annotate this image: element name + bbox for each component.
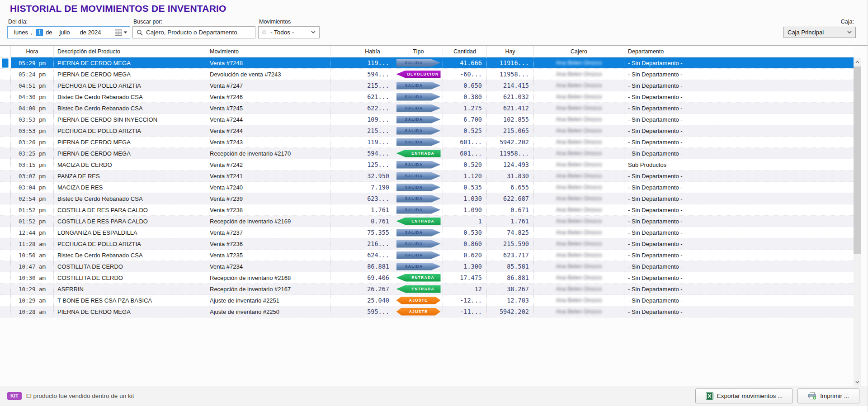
cashier-name-blurred: Ana Belen Orozco (556, 150, 602, 156)
cell-product: LONGANIZA DE ESPALDILLA (54, 227, 206, 238)
cell-after-qty: 621.032 (487, 91, 534, 102)
caja-select[interactable]: Caja Principal (783, 27, 856, 38)
cell-type: SALIDA (394, 170, 443, 181)
cell-department: Sub Productos (624, 159, 714, 170)
column-header-before-qty[interactable]: Había (351, 46, 394, 57)
date-picker[interactable]: lunes , 1 de julio de 2024 (7, 26, 130, 38)
movements-select[interactable]: - Todos - (258, 26, 320, 38)
cell-time: 04:30 pm (11, 91, 54, 102)
row-indicator (0, 91, 11, 102)
table-row[interactable]: 03:15 pmMACIZA DE CERDOVenta #7242125...… (0, 159, 854, 170)
date-comma: , (31, 29, 33, 36)
vertical-scrollbar[interactable] (854, 58, 861, 386)
cell-before-qty: 0.761 (351, 216, 394, 227)
inventory-history-window: HISTORIAL DE MOVIMIENTOS DE INVENTARIO D… (0, 0, 868, 412)
row-indicator (0, 114, 11, 125)
chevron-down-icon (123, 31, 127, 34)
calendar-dropdown-button[interactable] (115, 29, 127, 36)
table-row[interactable]: 04:51 pmPECHUGA DE POLLO ARIZTIAVenta #7… (0, 80, 854, 91)
cell-department: - Sin Departamento - (624, 69, 714, 80)
cell-after-qty: 31.830 (487, 170, 534, 181)
table-row[interactable]: 10:28 amPIERNA DE CERDO MEGAAjuste de in… (0, 306, 854, 317)
export-movements-button[interactable]: Exportar movimientos ... (695, 388, 793, 403)
column-header-product[interactable]: Descripción del Producto (54, 46, 206, 57)
row-indicator (0, 193, 11, 204)
table-row[interactable]: 10:47 amCOSTILLITA DE CERDOVenta #723486… (0, 261, 854, 272)
header-area: HISTORIAL DE MOVIMIENTOS DE INVENTARIO D… (0, 0, 868, 45)
table-row[interactable]: 03:25 pmPIERNA DE CERDO MEGARecepción de… (0, 148, 854, 159)
movement-type-badge: DEVOLUCION (396, 71, 441, 78)
cell-time: 03:07 pm (11, 170, 54, 181)
date-day-selected[interactable]: 1 (36, 29, 43, 36)
column-header-cashier[interactable]: Cajero (534, 46, 624, 57)
column-header-department[interactable]: Departamento (624, 46, 714, 57)
table-row[interactable]: 12:44 pmLONGANIZA DE ESPALDILLAVenta #72… (0, 227, 854, 238)
column-header-after-qty[interactable]: Hay (487, 46, 534, 57)
scroll-up-button[interactable] (854, 58, 861, 66)
table-row[interactable]: 03:53 pmPECHUGA DE POLLO ARIZTIAVenta #7… (0, 125, 854, 137)
cell-type: AJUSTE (394, 295, 443, 306)
cell-after-qty: 74.825 (487, 227, 534, 238)
column-header-time[interactable]: Hora (11, 46, 54, 57)
table-row[interactable]: 10:30 amCOSTILLITA DE CERDORecepción de … (0, 272, 854, 284)
table-row[interactable]: 03:53 pmPIERNA DE CERDO SIN INYECCIONVen… (0, 114, 854, 125)
cashier-name-blurred: Ana Belen Orozco (556, 229, 602, 236)
table-row[interactable]: 03:07 pmPANZA DE RESVenta #724132.950SAL… (0, 170, 854, 182)
table-row[interactable]: 02:54 pmBistec De Cerdo Rebanado CSAVent… (0, 193, 854, 204)
column-header-movement[interactable]: Movimiento (206, 46, 330, 57)
table-row[interactable]: 04:00 pmBistec De Cerdo Rebanado CSAVent… (0, 103, 854, 114)
table-row[interactable]: 10:50 amBistec De Cerdo Rebanado CSAVent… (0, 250, 854, 261)
table-row[interactable]: 01:52 pmCOSTILLA DE RES PARA CALDORecepc… (0, 216, 854, 227)
scrollbar-thumb[interactable] (854, 66, 861, 254)
column-header-quantity[interactable]: Cantidad (443, 46, 487, 57)
date-day-name[interactable]: lunes (14, 29, 28, 36)
cell-type: ENTRADA (394, 216, 443, 227)
column-header-type[interactable]: Tipo (394, 46, 443, 57)
cell-product: Bistec De Cerdo Rebanado CSA (54, 103, 206, 114)
cell-after-qty: 85.581 (487, 261, 534, 272)
cell-before-qty: 594... (351, 69, 394, 80)
cell-cashier: Ana Belen Orozco (534, 295, 624, 306)
grid-body: 05:29 pmPIERNA DE CERDO MEGAVenta #72481… (0, 57, 868, 317)
date-year[interactable]: de 2024 (80, 29, 101, 36)
cell-cashier: Ana Belen Orozco (534, 69, 624, 80)
cell-department: - Sin Departamento - (624, 80, 714, 91)
cell-product: COSTILLA DE RES PARA CALDO (54, 216, 206, 227)
date-label: Del día: (8, 19, 28, 25)
printer-icon (808, 392, 816, 400)
search-box[interactable] (132, 26, 255, 38)
scrollbar-track[interactable] (854, 66, 861, 378)
scroll-down-button[interactable] (854, 378, 861, 386)
page-title: HISTORIAL DE MOVIMIENTOS DE INVENTARIO (10, 3, 226, 14)
print-button[interactable]: Imprimir ... (797, 388, 859, 403)
cell-after-qty: 38.267 (487, 284, 534, 294)
movement-type-badge: ENTRADA (396, 150, 441, 157)
table-row[interactable]: 10:29 amT BONE DE RES CSA PZA BASICAAjus… (0, 295, 854, 306)
table-row[interactable]: 04:30 pmBistec De Cerdo Rebanado CSAVent… (0, 91, 854, 103)
table-row[interactable]: 05:29 pmPIERNA DE CERDO MEGAVenta #72481… (0, 57, 854, 69)
date-month[interactable]: julio (59, 29, 70, 36)
cashier-name-blurred: Ana Belen Orozco (556, 263, 602, 270)
table-row[interactable]: 01:52 pmCOSTILLA DE RES PARA CALDOVenta … (0, 204, 854, 216)
cell-spacer (330, 69, 351, 80)
table-row[interactable]: 05:24 pmPIERNA DE CERDO MEGADevolución d… (0, 69, 854, 80)
cell-before-qty: 25.040 (351, 295, 394, 306)
table-row[interactable]: 03:04 pmMACIZA DE RESVenta #72407.190SAL… (0, 182, 854, 193)
cell-before-qty: 119... (351, 57, 394, 68)
table-row[interactable]: 10:29 amASERRINRecepción de inventario #… (0, 284, 854, 295)
cell-product: PECHUGA DE POLLO ARIZTIA (54, 80, 206, 91)
row-indicator (0, 284, 11, 294)
cashier-name-blurred: Ana Belen Orozco (556, 128, 602, 134)
row-indicator (0, 182, 11, 193)
search-input[interactable] (146, 29, 251, 36)
cell-quantity: -60... (443, 69, 487, 80)
cell-spacer (330, 284, 351, 294)
table-row[interactable]: 11:28 amPECHUGA DE POLLO ARIZTIAVenta #7… (0, 238, 854, 250)
cell-product: PANZA DE RES (54, 170, 206, 181)
cashier-name-blurred: Ana Belen Orozco (556, 116, 602, 123)
cell-before-qty: 75.355 (351, 227, 394, 238)
table-row[interactable]: 03:26 pmPIERNA DE CERDO MEGAVenta #72431… (0, 137, 854, 148)
cell-time: 10:29 am (11, 295, 54, 306)
row-indicator (0, 216, 11, 227)
cell-type: ENTRADA (394, 272, 443, 283)
